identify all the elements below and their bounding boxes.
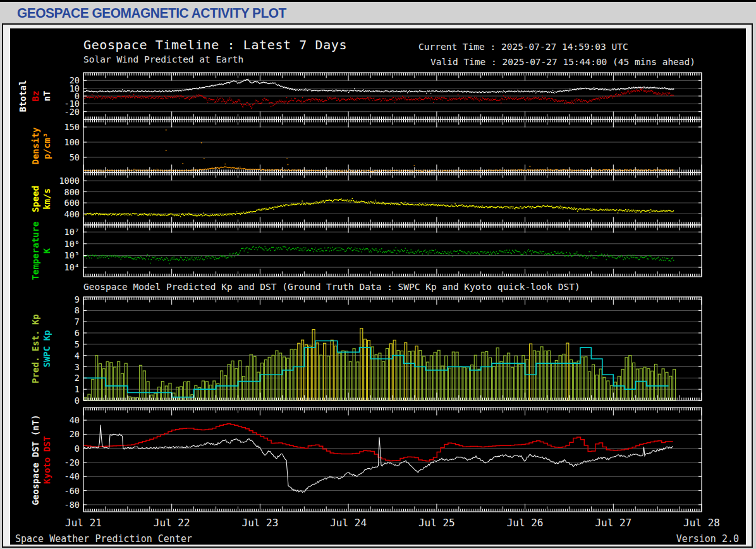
geospace-activity-page: GEOSPACE GEOMAGNETIC ACTIVITY PLOT Geosp… — [0, 0, 756, 549]
y-tick-b--20: -20 — [25, 107, 80, 117]
solar-wind-section-title: Solar Wind Predicted at Earth — [83, 54, 243, 64]
axis-label-dst-0: Geospace DST (nT) — [30, 414, 40, 505]
valid-time-label: Valid Time : 2025-07-27 15:44:00 (45 min… — [430, 57, 695, 67]
y-tick-kp-9: 9 — [25, 294, 80, 305]
x-tick-label-Jul-23: Jul 23 — [231, 517, 288, 529]
page-title: GEOSPACE GEOMAGNETIC ACTIVITY PLOT — [17, 5, 286, 21]
current-time-label: Current Time : 2025-07-27 14:59:03 UTC — [418, 42, 628, 52]
plot-canvas: Geospace Timeline : Latest 7 Days Solar … — [10, 28, 746, 545]
x-tick-label-Jul-27: Jul 27 — [585, 517, 642, 529]
y-tick-kp-0: 0 — [25, 395, 80, 406]
axis-label-speed-1: km/s — [42, 188, 52, 210]
x-tick-label-Jul-21: Jul 21 — [55, 517, 112, 529]
x-tick-label-Jul-24: Jul 24 — [320, 517, 377, 529]
axis-label-b-0: Btotal — [18, 80, 28, 112]
plot-title: Geospace Timeline : Latest 7 Days — [83, 37, 347, 52]
axis-label-temp-1: K — [42, 248, 52, 253]
x-tick-label-Jul-22: Jul 22 — [143, 517, 200, 529]
axis-label-dst-1: Kyoto DST — [42, 436, 52, 484]
axis-label-dens-0: Density — [30, 127, 40, 164]
axis-label-b-2: nT — [42, 91, 52, 102]
x-tick-label-Jul-25: Jul 25 — [408, 517, 465, 529]
axis-label-kp-0: Pred. Est. Kp — [30, 314, 40, 383]
y-tick-speed-1000: 1000 — [25, 176, 80, 186]
footer-version-label: Version 2.0 — [676, 533, 739, 545]
content-frame: Geospace Timeline : Latest 7 Days Solar … — [2, 23, 753, 548]
axis-label-dens-1: p/cm³ — [42, 133, 52, 159]
x-tick-label-Jul-26: Jul 26 — [497, 517, 554, 529]
axis-label-kp-1: SWPC Kp — [42, 330, 52, 367]
axis-label-speed-0: Speed — [30, 185, 40, 212]
axis-label-b-1: Bz — [30, 91, 40, 102]
footer-source-label: Space Weather Prediction Center — [15, 533, 192, 545]
axis-label-temp-0: Temperature — [30, 222, 40, 281]
window-title-bar: GEOSPACE GEOMAGNETIC ACTIVITY PLOT — [0, 2, 756, 23]
kp-dst-section-title: Geospace Model Predicted Kp and DST (Gro… — [83, 282, 580, 292]
y-tick-kp-1: 1 — [25, 384, 80, 394]
x-tick-label-Jul-28: Jul 28 — [673, 517, 730, 529]
